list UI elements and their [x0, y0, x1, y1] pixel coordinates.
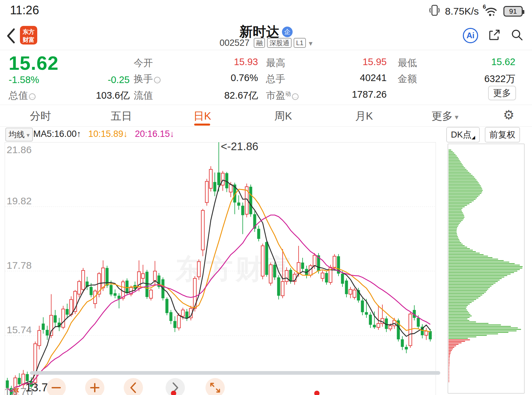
axis-label-3: 17.78 [7, 260, 32, 271]
expand-arrows-icon [209, 382, 221, 394]
zoom-out-button[interactable] [47, 378, 66, 395]
page-indicator-dot [314, 391, 320, 395]
axis-label-1: 21.86 [7, 144, 32, 155]
axis-label-2: 19.82 [7, 195, 32, 207]
minus-icon [51, 382, 62, 393]
chevron-left-icon [128, 382, 138, 394]
chart-scrollbar[interactable] [30, 371, 440, 375]
notification-dot [171, 391, 176, 395]
pan-left-button[interactable] [124, 378, 143, 395]
candlestick-chart[interactable] [0, 0, 532, 395]
high-price-annotation: <-21.86 [221, 140, 258, 153]
plus-icon [89, 382, 100, 393]
stock-detail-screen: 11:26 8.75K/s 6 91 东方财富 [0, 0, 532, 395]
drag-left-icon[interactable]: « [13, 383, 20, 395]
fullscreen-button[interactable] [205, 378, 225, 395]
zoom-in-button[interactable] [85, 378, 104, 395]
axis-label-4: 15.74 [7, 324, 32, 336]
